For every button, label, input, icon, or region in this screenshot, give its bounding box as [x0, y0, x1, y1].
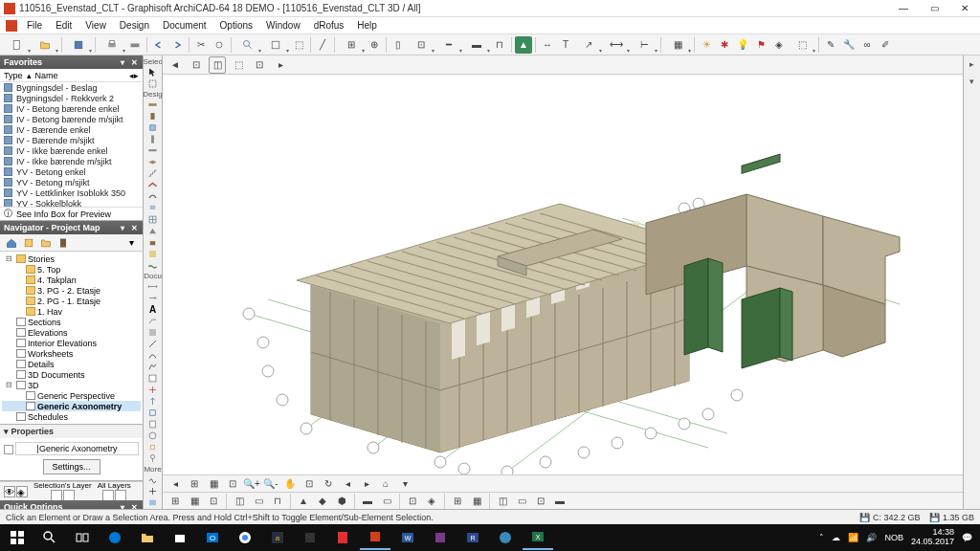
vb-pan[interactable]: ✋	[281, 475, 299, 493]
tree-item[interactable]: Elevations	[2, 327, 141, 338]
favorite-item[interactable]: IV - Ikke bærende enkel	[0, 145, 143, 156]
skylight-tool-icon[interactable]	[145, 203, 161, 213]
eye-icon[interactable]: 👁	[4, 486, 15, 497]
tree-item[interactable]: ⊟3D	[2, 380, 141, 390]
app-icon[interactable]	[295, 525, 325, 550]
vb-orbit[interactable]: ↻	[320, 475, 337, 493]
favorite-item[interactable]: IV - Betong bærende enkel	[0, 103, 143, 114]
vb-zoomin[interactable]: 🔍+	[243, 475, 260, 493]
favorite-item[interactable]: YV - Betong enkel	[0, 166, 143, 177]
tree-item[interactable]: Details	[2, 359, 141, 369]
print-button[interactable]: ▾	[99, 36, 125, 54]
dim-button[interactable]: ⟷▾	[603, 36, 630, 54]
tray-clock[interactable]: 14:38 24.05.2017	[911, 528, 954, 547]
bulb-button[interactable]: 💡	[734, 36, 751, 54]
snap-button[interactable]: ⊕	[366, 36, 383, 54]
curtain-tool-icon[interactable]	[145, 214, 161, 225]
vb2-btn[interactable]: ▦	[186, 493, 203, 510]
tree-item[interactable]: 1. Hav	[2, 306, 141, 317]
figure-tool-icon[interactable]	[145, 497, 161, 508]
wrench-button[interactable]: 🔧	[840, 36, 858, 54]
door-tool-icon[interactable]	[145, 111, 161, 121]
ie-tool-icon[interactable]	[145, 408, 161, 418]
arrow-tool-icon[interactable]	[145, 67, 161, 77]
label-button[interactable]: ↗▾	[575, 36, 602, 54]
vb2-btn[interactable]: ⊞	[167, 493, 184, 510]
favorite-item[interactable]: Bygningsdel - Beslag	[0, 82, 143, 93]
window-tool-icon[interactable]	[145, 122, 161, 133]
favorite-item[interactable]: Bygningsdel - Rekkverk 2	[0, 93, 143, 103]
excel-icon[interactable]: X	[523, 525, 553, 550]
stair-tool-icon[interactable]	[145, 168, 161, 179]
vb2-btn[interactable]: ◫	[231, 493, 248, 510]
panel-dropdown-icon[interactable]: ▾	[118, 223, 127, 232]
menu-help[interactable]: Help	[351, 19, 383, 32]
vt-btn[interactable]: ◫	[209, 56, 226, 74]
vt-btn[interactable]: ⊡	[188, 56, 205, 74]
palette-button[interactable]: ◈	[770, 36, 788, 54]
tree-item[interactable]: Generic Perspective	[2, 390, 141, 401]
zoom-button[interactable]: ▾	[234, 36, 261, 54]
vb-fwd[interactable]: ▸	[358, 475, 375, 493]
vb-dd[interactable]: ▾	[396, 475, 413, 493]
menu-design[interactable]: Design	[114, 19, 155, 32]
spline-tool-icon[interactable]	[145, 474, 161, 485]
new-button[interactable]: ▾	[4, 36, 31, 54]
edit-button[interactable]: ✐	[877, 36, 894, 54]
vt-btn[interactable]: ▸	[272, 56, 289, 74]
grid-button[interactable]: ⊞▾	[338, 36, 365, 54]
tree-item[interactable]: Sections	[2, 317, 141, 327]
flag-button[interactable]: ⚑	[752, 36, 769, 54]
beam-button[interactable]: ⊓	[491, 36, 508, 54]
cut-button[interactable]: ✂	[192, 36, 210, 54]
nav-opts-icon[interactable]: ▾	[123, 235, 139, 251]
menu-document[interactable]: Document	[157, 19, 212, 32]
revit-icon[interactable]: R	[457, 525, 488, 550]
system-tray[interactable]: ˄ ☁ 📶 🔊 NOB 14:38 24.05.2017 💬	[819, 528, 978, 547]
door-button[interactable]: ▯	[390, 36, 407, 54]
start-button[interactable]	[2, 525, 33, 550]
panel-dropdown-icon[interactable]: ▾	[118, 502, 127, 509]
explorer-icon[interactable]	[132, 525, 163, 550]
change-tool-icon[interactable]	[145, 442, 161, 452]
fav-type-header[interactable]: Type	[4, 71, 23, 80]
vb2-btn[interactable]: ⊞	[449, 493, 466, 510]
vt-btn[interactable]: ◄	[167, 56, 184, 74]
panel-close-icon[interactable]: ✕	[129, 223, 139, 232]
vb-prev[interactable]: ◂	[167, 475, 184, 493]
vb-home[interactable]: ⌂	[377, 475, 394, 493]
column-tool-icon[interactable]	[145, 134, 161, 144]
minimize-button[interactable]: —	[892, 2, 915, 15]
detail-tool-icon[interactable]	[145, 430, 161, 441]
zone-tool-icon[interactable]	[145, 249, 161, 259]
wall-button[interactable]: ━▾	[435, 36, 462, 54]
vb2-btn[interactable]: ▬	[359, 493, 376, 510]
rc-btn[interactable]: ▸	[966, 57, 979, 71]
menu-options[interactable]: Options	[214, 19, 258, 32]
wall-tool-icon[interactable]	[145, 99, 161, 110]
section-tool-icon[interactable]	[145, 385, 161, 395]
level-tool-icon[interactable]	[145, 293, 161, 303]
nav-book-icon[interactable]	[56, 235, 71, 251]
vb2-btn[interactable]: ▭	[513, 493, 530, 510]
panel-dropdown-icon[interactable]: ▾	[118, 57, 127, 67]
fit-button[interactable]: ▾	[262, 36, 289, 54]
tree-item[interactable]: Schedules	[2, 411, 141, 422]
chrome-icon[interactable]	[230, 525, 260, 550]
grid-tool-icon[interactable]	[145, 453, 161, 464]
menu-file[interactable]: File	[21, 19, 48, 32]
fav-next-icon[interactable]: ▸	[134, 71, 139, 80]
pan-button[interactable]: ⬚	[290, 36, 307, 54]
view3d-button[interactable]: ⬚▾	[789, 36, 815, 54]
3d-viewport[interactable]	[163, 75, 963, 474]
menu-window[interactable]: Window	[260, 19, 306, 32]
tree-item[interactable]: 3. PG - 2. Etasje	[2, 285, 141, 296]
mesh-tool-icon[interactable]	[145, 260, 161, 271]
vb2-btn[interactable]: ⬢	[333, 493, 350, 510]
plot-button[interactable]	[126, 36, 144, 54]
tree-item[interactable]: 5. Top	[2, 264, 141, 275]
vb2-btn[interactable]: ▦	[468, 493, 485, 510]
tree-item[interactable]: 4. Takplan	[2, 275, 141, 285]
favorite-item[interactable]: YV - Betong m/sjikt	[0, 177, 143, 187]
worksheet-tool-icon[interactable]	[145, 419, 161, 430]
